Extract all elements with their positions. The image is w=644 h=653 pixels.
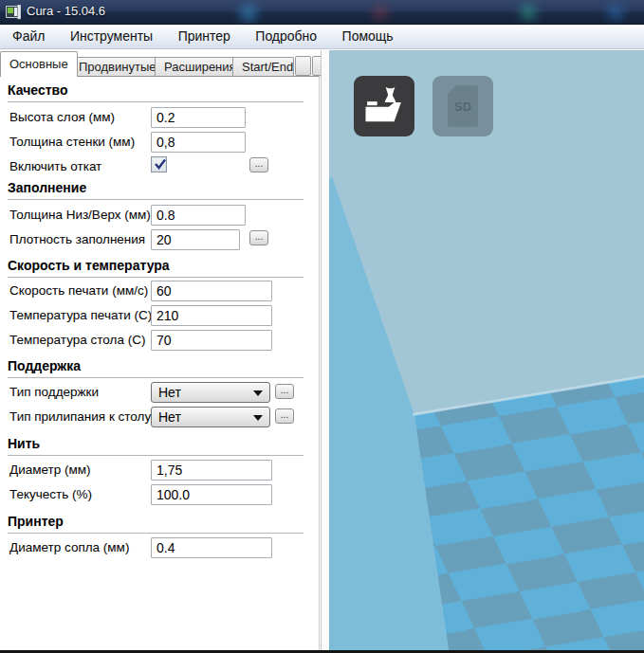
section-title-support: Поддержка (8, 358, 304, 378)
retraction-label: Включить откат (9, 159, 101, 173)
settings-panel: Основные Продвинутые Расширения Start/En… (0, 49, 329, 650)
tab-scroll-left-button[interactable] (295, 56, 311, 76)
viewport-3d[interactable]: SD (329, 50, 644, 650)
platform-adhesion-select[interactable]: Нет (151, 407, 270, 427)
load-model-button[interactable] (354, 76, 414, 136)
sd-card-label: SD (448, 100, 478, 114)
retraction-more-button[interactable]: ... (249, 157, 268, 172)
platform-adhesion-value: Нет (158, 409, 181, 425)
wall-thickness-input[interactable] (151, 132, 246, 153)
layer-height-input[interactable] (151, 107, 246, 128)
filament-diameter-input[interactable] (151, 460, 272, 481)
print-speed-label: Скорость печати (мм/с) (9, 283, 148, 298)
support-type-more-button[interactable]: ... (275, 384, 294, 399)
bed-temperature-input[interactable] (151, 330, 272, 351)
window-title: Cura - 15.04.6 (27, 4, 105, 18)
tab-label: Основные (9, 57, 68, 71)
taskbar-glow (521, 5, 536, 20)
support-type-select[interactable]: Нет (151, 382, 270, 403)
tab-basic[interactable]: Основные (0, 51, 78, 77)
scroll-left-icon (298, 63, 307, 72)
layer-height-label: Высота слоя (мм) (9, 110, 115, 124)
chevron-down-icon (253, 415, 263, 421)
menu-item-help[interactable]: Помощь (332, 25, 404, 47)
tab-label: Start/End (242, 60, 293, 74)
tab-label: Продвинутые (79, 60, 156, 74)
nozzle-size-label: Диаметр сопла (мм) (9, 540, 129, 554)
wall-thickness-label: Толщина стенки (мм) (9, 135, 135, 149)
tab-advanced[interactable]: Продвинутые (69, 57, 165, 77)
basic-settings-pane: Качество Высота слоя (мм) Толщина стенки… (0, 76, 320, 650)
fill-density-label: Плотность заполнения (9, 232, 145, 246)
section-title-fill: Заполнение (8, 180, 304, 200)
taskbar-glow (608, 5, 623, 20)
app-icon (6, 5, 21, 20)
checkmark-icon (153, 156, 168, 172)
taskbar-glow (240, 5, 257, 22)
support-type-label: Тип поддержки (9, 385, 99, 399)
filament-flow-input[interactable] (151, 484, 272, 505)
sd-card-icon: SD (448, 85, 478, 127)
bottom-top-thickness-input[interactable] (151, 205, 246, 226)
nozzle-size-input[interactable] (151, 537, 272, 558)
menu-item-printer[interactable]: Принтер (168, 25, 241, 47)
platform-adhesion-more-button[interactable]: ... (275, 408, 294, 424)
taskbar-glow (373, 5, 388, 20)
print-speed-input[interactable] (151, 281, 272, 301)
menu-item-expert[interactable]: Подробно (245, 25, 327, 47)
bed-temperature-label: Температура стола (C) (9, 333, 145, 347)
retraction-checkbox[interactable] (151, 156, 167, 172)
fill-density-input[interactable] (151, 229, 240, 250)
load-model-icon (359, 82, 409, 131)
filament-diameter-label: Диаметр (мм) (9, 463, 91, 477)
title-bar: Cura - 15.04.6 (0, 0, 644, 25)
print-temperature-input[interactable] (151, 305, 272, 326)
section-title-machine: Принтер (8, 514, 304, 534)
section-title-speed-temperature: Скорость и температура (8, 258, 304, 278)
chevron-down-icon (253, 390, 263, 396)
fill-density-more-button[interactable]: ... (249, 230, 268, 245)
menu-item-file[interactable]: Файл (2, 25, 55, 47)
menu-item-tools[interactable]: Инструменты (60, 25, 163, 47)
filament-flow-label: Текучесть (%) (9, 487, 92, 501)
tab-start-end-gcode[interactable]: Start/End (232, 57, 294, 77)
menu-bar: Файл Инструменты Принтер Подробно Помощь (0, 25, 644, 49)
save-to-sd-button[interactable]: SD (432, 76, 493, 136)
platform-adhesion-label: Тип прилипания к столу (9, 409, 151, 424)
print-temperature-label: Температура печати (C) (9, 308, 152, 322)
tab-label: Расширения (164, 60, 236, 74)
support-type-value: Нет (158, 385, 181, 400)
section-title-filament: Нить (8, 436, 304, 456)
panel-splitter[interactable] (321, 50, 329, 650)
section-title-quality: Качество (8, 82, 304, 102)
bottom-top-thickness-label: Толщина Низ/Верх (мм) (9, 208, 151, 222)
